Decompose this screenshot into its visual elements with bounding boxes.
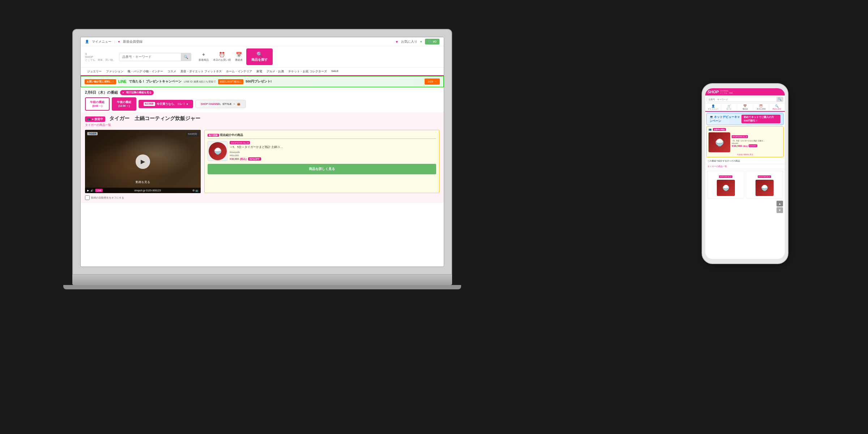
nav-fashion[interactable]: ファッション: [104, 68, 125, 75]
nav-item-new[interactable]: ✦ 新着商品: [199, 52, 209, 62]
tab-morning[interactable]: 午前の番組(0:00 ～): [85, 97, 110, 111]
product-panel-title: 毎日更新! 現在紹介中の商品: [208, 133, 436, 139]
scroll-down-btn[interactable]: ▼: [776, 207, 783, 213]
search-main-label: 商品を探す: [251, 58, 268, 62]
video-label: 動画を見る: [136, 180, 150, 184]
search-input[interactable]: [119, 53, 181, 60]
shopstar-badge: SHOPSTAR ALL★: [230, 141, 250, 144]
nav-item-schedule[interactable]: 📅 番組表: [235, 52, 243, 62]
nav-icons: ✦ 新着商品 ⏰ 本日のお買い得 📅 番組表: [199, 52, 243, 62]
nav-electronics[interactable]: 家電: [254, 68, 264, 75]
phone-tv-icon: 📺: [709, 128, 712, 131]
phone-screen: SHOP CHANNELどこでも、簡単。 🔍 👤 マイメニュー: [705, 88, 785, 259]
buy-today-label: 今日買うなら、コレ！ ●: [157, 102, 188, 106]
phone-scroll-area: ▲ ▼: [705, 200, 785, 207]
volume-icon[interactable]: 🔊: [90, 189, 94, 192]
cart-icon: 🛒: [428, 40, 432, 43]
line-id-text: LINE ID 連携 &友だち登録で: [184, 80, 216, 84]
main-search-button[interactable]: 🔍 商品を探す: [246, 48, 273, 65]
phone-nav-today[interactable]: ⏰ 本日お買得: [753, 103, 769, 111]
net-debut-text: ネットデビューキャンペーン: [710, 115, 740, 123]
site-logo: SSHOP どこでも、簡単、買い物。: [85, 53, 115, 61]
video-footer: ▶ 🔊 Live shopch.jp 0120-000123 ⚙ 📺: [85, 188, 201, 193]
shop-style-button[interactable]: SHOP CHANNEL STYLE → 👜: [195, 100, 246, 108]
nav-cosme[interactable]: コスメ: [165, 68, 178, 75]
buy-today-button[interactable]: 毎日更新! 今日買うなら、コレ！ ●: [139, 100, 193, 108]
onair-header: 📺 ● 放送中 タイガー 土鍋コーティング炊飯ジャー: [85, 115, 439, 122]
nav-item-today[interactable]: ⏰ 本日のお買い得: [213, 52, 231, 62]
price-row: ¥38,980 (税込) 51%OFF: [230, 157, 436, 161]
onair-badge: 📺 ● 放送中: [85, 116, 105, 122]
phone-cart-icon: 🛒: [727, 105, 731, 108]
net-debut-icon: 💻: [710, 115, 713, 119]
phone-search-row: 🔍: [705, 95, 785, 103]
play-button[interactable]: ▶: [136, 154, 150, 169]
nav-beauty[interactable]: 美容・ダイエット フィットネス: [178, 68, 224, 75]
schedule-see-more[interactable]: ● 明日以降の番組を見る: [120, 90, 154, 95]
phone-products-grid: SHOPSTAR ALL★ 🍚 SHOPSTAR ALL★ 🍚: [705, 169, 785, 200]
phone-products-link-text: タイガーの商品一覧: [707, 165, 727, 167]
schedule-date: 2月6日（木）の番組 ● 明日以降の番組を見る: [85, 90, 439, 95]
detail-button[interactable]: 商品を詳しく見る: [208, 164, 436, 174]
favorites-link[interactable]: お気に入り: [401, 39, 417, 44]
phone-schedule-icon: 📅: [743, 105, 747, 108]
nav-sale[interactable]: SALE: [329, 68, 341, 75]
phone-body: SHOP CHANNELどこでも、簡単。 🔍 👤 マイメニュー: [702, 83, 788, 264]
my-menu-link[interactable]: マイメニュー: [92, 39, 111, 44]
product-panel: 毎日更新! 現在紹介中の商品 🍚 SHOPSTAR ALL★: [204, 130, 439, 193]
phone-nav-schedule[interactable]: 📅 番組表: [737, 103, 753, 111]
nav-shoes[interactable]: 靴・バッグ 小物・インナー: [125, 68, 165, 75]
phone-search-input[interactable]: [707, 97, 776, 102]
product-item: 🍚 SHOPSTAR ALL★ ＜5、5合＞タイガーかまど熱計 土鍋コ… 明日以…: [208, 141, 436, 161]
phone-nav-my-menu[interactable]: 👤 マイメニュー: [705, 103, 721, 111]
phone-nav-cart[interactable]: 🛒 カート: [721, 103, 737, 111]
video-player[interactable]: TIGER 500時間 ▶ 動画を見る ▶ 🔊: [85, 130, 201, 193]
product-list-link[interactable]: タイガーの商品一覧: [85, 123, 439, 127]
clock-icon: ⏰: [219, 52, 225, 58]
shopstar-badge-1: SHOPSTAR ALL★: [719, 175, 733, 178]
nav-new-label: 新着商品: [199, 58, 209, 62]
phone-nav-find[interactable]: 🔍 商品を探す: [769, 103, 785, 111]
phone-shopstar-badge: SHOPSTAR ALL★: [732, 135, 748, 138]
site-header-top: 👤 マイメニュー | ● 新規会員登録 ♥ お気に入り ● 🛒 ¥0: [81, 37, 444, 46]
nav-gourmet[interactable]: グルメ・お酒: [264, 68, 286, 75]
net-debut-banner: 💻 ネットデビューキャンペーン 初めてネットでご購入の方 500円割引！: [706, 113, 784, 125]
phone-product-details: SHOPSTAR ALL★ ＜5、5合＞タイガーかまど熱計 土鍋コ… ¥81,1…: [732, 132, 782, 152]
phone-search-box: 🔍: [707, 97, 783, 102]
price-new: ¥38,980 (税込): [230, 157, 247, 161]
nav-jewelry[interactable]: ジュエリー: [85, 68, 104, 75]
phone-find-icon: 🔍: [775, 105, 779, 108]
onair-badge-text: ● 放送中: [92, 117, 103, 121]
phone-nav-bar: 👤 マイメニュー 🛒 カート 📅 番組表 ⏰ 本日お買得: [705, 103, 785, 112]
register-link[interactable]: 新規会員登録: [123, 39, 142, 44]
user-icon: 👤: [85, 40, 89, 43]
video-settings-icon[interactable]: ⚙ 📺: [192, 189, 199, 192]
auto-play-checkbox[interactable]: [85, 195, 90, 200]
laptop-screen: 👤 マイメニュー | ● 新規会員登録 ♥ お気に入り ● 🛒 ¥0: [80, 37, 444, 267]
phone-product-card-2[interactable]: SHOPSTAR ALL★ 🍚: [746, 171, 783, 199]
scroll-up-btn[interactable]: ▲: [776, 201, 783, 207]
bag-icon: 👜: [237, 102, 241, 106]
cart-amount: ¥0: [433, 40, 437, 43]
phone-see-live-link[interactable]: 生放送の動画を見る: [709, 153, 782, 156]
tab-afternoon[interactable]: 午後の番組(12:00 ～): [112, 97, 136, 111]
phone-products-link[interactable]: タイガーの商品一覧: [705, 164, 785, 169]
cart-button[interactable]: 🛒 ¥0: [425, 39, 439, 44]
play-control-icon[interactable]: ▶: [87, 189, 89, 192]
line-banner: お買い物が更に便利に！ LINE で当たる！ プレゼントキャンペーン LINE …: [81, 76, 444, 87]
phone-search-button[interactable]: 🔍: [776, 97, 783, 102]
net-debut-content: 💻 ネットデビューキャンペーン: [710, 115, 741, 123]
nav-home[interactable]: ホーム・インテリア: [224, 68, 254, 75]
phone-my-menu-label: マイメニュー: [708, 108, 719, 110]
phone-product-card-1[interactable]: SHOPSTAR ALL★ 🍚: [707, 171, 744, 199]
phone-price-new: ¥38,980 (税込): [732, 144, 748, 148]
onair-title: タイガー 土鍋コーティング炊飯ジャー: [109, 115, 200, 121]
site-header-main: SSHOP どこでも、簡単、買い物。 🔍 ✦ 新着商品: [81, 46, 444, 68]
gift-text: 500円プレゼント!: [246, 79, 272, 84]
off-badge: 51%OFF: [248, 157, 261, 161]
banner-arrow-btn[interactable]: 2/29 →: [425, 78, 440, 85]
laptop-base: [72, 275, 452, 285]
search-button[interactable]: 🔍: [181, 53, 191, 61]
line-campaign-text: で当たる！ プレゼントキャンペーン: [129, 79, 182, 84]
nav-tickets[interactable]: チケット・お花 コレクターズ: [286, 68, 329, 75]
